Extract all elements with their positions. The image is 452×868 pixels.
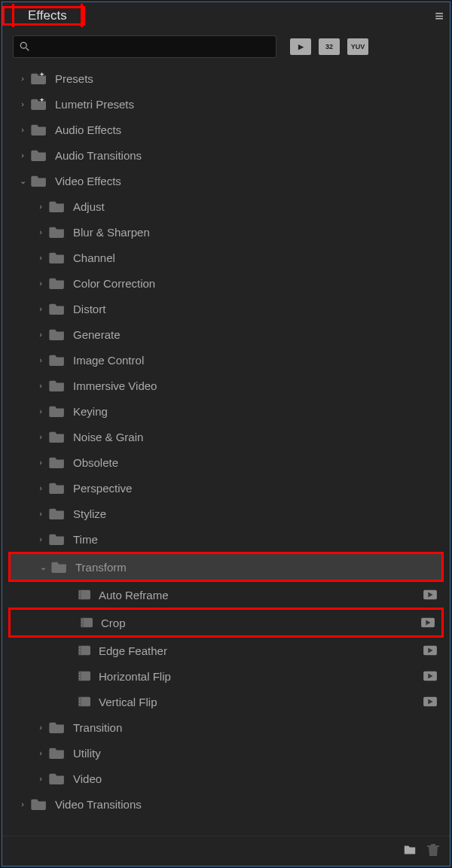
effect-icon (78, 696, 91, 708)
folder-icon (49, 721, 66, 733)
delete-button[interactable] (427, 843, 439, 859)
tree-item-transition[interactable]: ›Transition (2, 714, 450, 740)
tree-label: Noise & Grain (73, 431, 143, 443)
folder-icon (49, 354, 66, 366)
tree-item-keying[interactable]: ›Keying (2, 398, 450, 424)
tree-item-transform[interactable]: ⌄ Transform (11, 554, 441, 580)
chevron-right-icon[interactable]: › (35, 773, 46, 784)
effects-tree[interactable]: › Presets › Lumetri Presets › Audio Effe… (2, 64, 450, 836)
chevron-right-icon[interactable]: › (35, 355, 46, 365)
tree-item-video-transitions[interactable]: › Video Transitions (2, 791, 450, 817)
chevron-right-icon[interactable]: › (35, 508, 46, 519)
effect-crop[interactable]: Crop (11, 610, 441, 635)
tree-item-noise-grain[interactable]: ›Noise & Grain (2, 424, 450, 449)
tree-item-lumetri-presets[interactable]: › Lumetri Presets (2, 91, 450, 117)
tree-item-blur-sharpen[interactable]: ›Blur & Sharpen (2, 219, 450, 245)
panel-tab-effects[interactable]: Effects (12, 4, 83, 27)
chevron-right-icon[interactable]: › (35, 431, 46, 442)
effect-horizontal-flip[interactable]: Horizontal Flip (2, 663, 450, 689)
effect-auto-reframe[interactable]: Auto Reframe (2, 582, 450, 608)
chevron-right-icon[interactable]: › (17, 799, 28, 809)
chevron-right-icon[interactable]: › (35, 722, 46, 732)
tree-item-adjust[interactable]: ›Adjust (2, 193, 450, 219)
folder-icon (49, 431, 66, 443)
folder-icon (51, 561, 68, 573)
tree-label: Utility (73, 747, 101, 760)
tree-item-immersive-video[interactable]: ›Immersive Video (2, 373, 450, 398)
chevron-right-icon[interactable]: › (35, 483, 46, 493)
accelerated-badge-icon (423, 589, 438, 601)
chevron-right-icon[interactable]: › (35, 252, 46, 263)
tree-item-channel[interactable]: ›Channel (2, 245, 450, 270)
tree-label: Generate (73, 328, 121, 341)
folder-icon (49, 507, 66, 519)
chevron-right-icon[interactable]: › (35, 380, 46, 391)
tree-item-audio-effects[interactable]: › Audio Effects (2, 117, 450, 142)
accelerated-badge-icon (423, 696, 438, 708)
tree-label: Blur & Sharpen (73, 226, 150, 239)
folder-icon (49, 533, 66, 545)
tree-item-image-control[interactable]: ›Image Control (2, 347, 450, 373)
effect-icon (78, 670, 91, 682)
tree-item-generate[interactable]: ›Generate (2, 321, 450, 347)
new-bin-button[interactable] (403, 844, 417, 858)
folder-icon (31, 123, 47, 136)
chevron-right-icon[interactable]: › (17, 73, 28, 84)
folder-icon (49, 200, 66, 212)
chevron-right-icon[interactable]: › (35, 278, 46, 288)
tree-label: Video (73, 772, 102, 785)
chevron-right-icon[interactable]: › (35, 303, 46, 314)
chevron-right-icon[interactable]: › (17, 150, 28, 160)
panel-menu-icon[interactable]: ≡ (435, 8, 442, 25)
tree-item-presets[interactable]: › Presets (2, 65, 450, 91)
chevron-down-icon[interactable]: ⌄ (17, 175, 28, 186)
search-input[interactable] (13, 35, 276, 58)
tree-item-distort[interactable]: ›Distort (2, 296, 450, 321)
tree-item-utility[interactable]: ›Utility (2, 740, 450, 766)
tree-label: Perspective (73, 482, 132, 495)
chevron-right-icon[interactable]: › (17, 99, 28, 109)
tree-label: Keying (73, 405, 108, 418)
tree-label: Edge Feather (99, 644, 167, 657)
effect-icon (78, 644, 91, 656)
tree-item-perspective[interactable]: ›Perspective (2, 475, 450, 501)
accelerated-filter-icon[interactable]: ▶ (290, 38, 311, 55)
chevron-right-icon[interactable]: › (35, 227, 46, 237)
accelerated-badge-icon (423, 644, 438, 656)
new-bin-icon (403, 844, 417, 856)
tree-label: Transform (75, 561, 127, 574)
tree-item-video[interactable]: ›Video (2, 766, 450, 791)
tree-label: Presets (55, 72, 93, 85)
chevron-right-icon[interactable]: › (35, 457, 46, 468)
effects-toolbar: ▶ 32 YUV (2, 29, 450, 64)
search-icon (20, 41, 30, 52)
chevron-right-icon[interactable]: › (35, 534, 46, 544)
tree-item-color-correction[interactable]: ›Color Correction (2, 270, 450, 296)
trash-icon (427, 843, 439, 857)
tree-label: Distort (73, 303, 105, 315)
effect-edge-feather[interactable]: Edge Feather (2, 638, 450, 663)
tree-item-stylize[interactable]: ›Stylize (2, 501, 450, 526)
folder-icon (49, 747, 66, 759)
tree-item-audio-transitions[interactable]: › Audio Transitions (2, 142, 450, 168)
yuv-filter-icon[interactable]: YUV (347, 38, 368, 55)
tree-item-video-effects[interactable]: ⌄ Video Effects (2, 168, 450, 193)
tree-item-time[interactable]: ›Time (2, 526, 450, 552)
crop-highlight: Crop (8, 608, 444, 638)
effect-vertical-flip[interactable]: Vertical Flip (2, 689, 450, 714)
chevron-right-icon[interactable]: › (17, 124, 28, 135)
tree-label: Video Effects (55, 175, 121, 187)
tree-label: Immersive Video (73, 379, 157, 392)
tree-item-obsolete[interactable]: ›Obsolete (2, 449, 450, 475)
chevron-down-icon[interactable]: ⌄ (38, 562, 48, 572)
folder-icon (49, 226, 66, 238)
chevron-right-icon[interactable]: › (35, 201, 46, 212)
chevron-right-icon[interactable]: › (35, 329, 46, 340)
chevron-right-icon[interactable]: › (35, 748, 46, 758)
effect-icon (78, 589, 91, 601)
32bit-filter-icon[interactable]: 32 (319, 38, 340, 55)
chevron-right-icon[interactable]: › (35, 406, 46, 416)
folder-icon (31, 798, 47, 810)
panel-header: Effects ≡ (2, 2, 450, 29)
accelerated-badge-icon (420, 617, 435, 629)
